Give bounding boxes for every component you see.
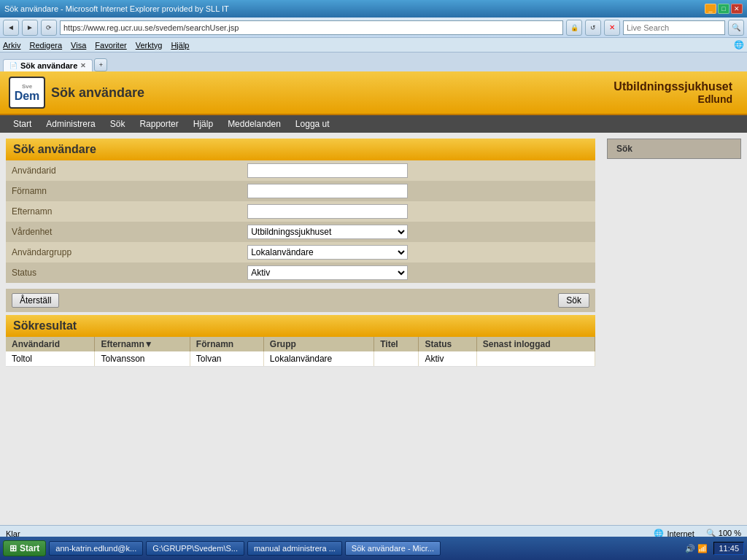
col-userid[interactable]: Användarid: [6, 337, 95, 351]
menu-favoriter[interactable]: Favoriter: [95, 41, 126, 50]
input-fornamn[interactable]: [247, 184, 408, 198]
nav-sok[interactable]: Sök: [103, 116, 133, 132]
logo-main-text: Dem: [15, 90, 40, 103]
search-section-header: Sök användare: [6, 139, 595, 160]
input-userid[interactable]: [247, 163, 408, 178]
svedem-logo: Sve Dem: [9, 77, 45, 109]
nav-bar: Start Administrera Sök Rapporter Hjälp M…: [0, 115, 747, 133]
tab-favicon: 📄: [9, 62, 18, 69]
back-button[interactable]: ◄: [3, 20, 19, 36]
logo-area: Sve Dem Sök användare: [0, 71, 153, 114]
maximize-button[interactable]: □: [718, 4, 729, 14]
main-content: Sök användare Användarid Förnamn Efterna…: [0, 133, 747, 525]
results-table: Användarid Efternamn▼ Förnamn Grupp Tite…: [6, 337, 595, 367]
search-input[interactable]: [623, 20, 725, 35]
browser-tabs: 📄 Sök användare ✕ +: [0, 52, 747, 71]
search-button[interactable]: Sök: [558, 293, 589, 308]
lock-icon: 🔒: [566, 20, 582, 36]
col-senast-inloggad[interactable]: Senast inloggad: [476, 337, 595, 351]
cell-lastname: Tolvansson: [95, 351, 190, 367]
menu-arkiv[interactable]: Arkiv: [3, 41, 20, 50]
menu-verktyg[interactable]: Verktyg: [136, 41, 163, 50]
app-container: Sve Dem Sök användare Utbildningssjukhus…: [0, 71, 747, 525]
button-row: Återställ Sök: [6, 289, 595, 312]
field-label-userid: Användarid: [6, 160, 241, 181]
select-vardenhet[interactable]: Utbildningssjukhuset: [247, 225, 408, 239]
results-section-header: Sökresultat: [6, 315, 595, 337]
tab-close-button[interactable]: ✕: [80, 62, 86, 69]
cell-firstname: Tolvan: [190, 351, 263, 367]
menu-visa[interactable]: Visa: [71, 41, 86, 50]
hospital-name: Utbildningssjukhuset: [614, 80, 732, 93]
cell-status: Aktiv: [419, 351, 476, 367]
refresh-button[interactable]: ⟳: [41, 20, 57, 36]
results-header-row: Användarid Efternamn▼ Förnamn Grupp Tite…: [6, 337, 595, 351]
browser-menubar: Arkiv Redigera Visa Favoriter Verktyg Hj…: [0, 38, 747, 52]
col-titel[interactable]: Titel: [374, 337, 419, 351]
col-fornamn[interactable]: Förnamn: [190, 337, 263, 351]
reset-button[interactable]: Återställ: [12, 293, 59, 308]
nav-rapporter[interactable]: Rapporter: [132, 116, 185, 132]
field-row-efternamn: Efternamn: [6, 201, 595, 222]
stop-button[interactable]: ✕: [604, 20, 620, 36]
menu-hjalp[interactable]: Hjälp: [171, 41, 189, 50]
col-status[interactable]: Status: [419, 337, 476, 351]
active-tab[interactable]: 📄 Sök användare ✕: [3, 59, 93, 71]
refresh-icon[interactable]: ↺: [585, 20, 601, 36]
nav-meddelanden[interactable]: Meddelanden: [220, 116, 288, 132]
nav-administrera[interactable]: Administrera: [39, 116, 102, 132]
select-status[interactable]: Aktiv: [247, 265, 408, 280]
cell-userid: Toltol: [6, 351, 95, 367]
field-label-status: Status: [6, 262, 241, 283]
start-button[interactable]: ⊞ Start: [3, 540, 46, 541]
field-row-anvandargrupp: Användargrupp Lokalanvändare: [6, 242, 595, 262]
field-row-userid: Användarid: [6, 160, 595, 181]
col-efternamn[interactable]: Efternamn▼: [95, 337, 190, 351]
nav-hjalp[interactable]: Hjälp: [186, 116, 220, 132]
titlebar-controls: _ □ ✕: [705, 4, 743, 14]
field-row-vardenhet: Vårdenhet Utbildningssjukhuset: [6, 222, 595, 242]
table-row[interactable]: Toltol Tolvansson Tolvan Lokalanvändare …: [6, 351, 595, 367]
nav-logga-ut[interactable]: Logga ut: [288, 116, 337, 132]
col-grupp[interactable]: Grupp: [263, 337, 374, 351]
logo-top-text: Sve: [22, 83, 32, 90]
search-form: Användarid Förnamn Efternamn Vårdenhet U…: [6, 160, 595, 283]
browser-title: Sök användare - Microsoft Internet Explo…: [4, 4, 700, 13]
tab-label: Sök användare: [20, 61, 77, 70]
forward-button[interactable]: ►: [22, 20, 38, 36]
app-header: Sve Dem Sök användare Utbildningssjukhus…: [0, 71, 747, 115]
taskbar: ⊞ Start ann-katrin.edlund@k... G:\GRUPP\…: [0, 537, 747, 541]
user-name: Edlund: [614, 93, 732, 105]
cell-title: [374, 351, 419, 367]
search-icon[interactable]: 🔍: [728, 20, 744, 36]
address-bar[interactable]: [60, 20, 563, 35]
field-label-efternamn: Efternamn: [6, 201, 241, 222]
input-efternamn[interactable]: [247, 204, 408, 219]
field-label-fornamn: Förnamn: [6, 181, 241, 201]
minimize-button[interactable]: _: [705, 4, 716, 14]
field-label-vardenhet: Vårdenhet: [6, 222, 241, 242]
field-label-anvandargrupp: Användargrupp: [6, 242, 241, 262]
cell-group: Lokalanvändare: [263, 351, 374, 367]
new-tab-button[interactable]: +: [94, 58, 107, 71]
close-button[interactable]: ✕: [731, 4, 743, 14]
field-row-fornamn: Förnamn: [6, 181, 595, 201]
select-anvandargrupp[interactable]: Lokalanvändare: [247, 245, 408, 260]
menu-redigera[interactable]: Redigera: [29, 41, 62, 50]
page-title: Sök användare: [51, 85, 144, 101]
cell-last-login: [476, 351, 595, 367]
nav-start[interactable]: Start: [6, 116, 39, 132]
browser-toolbar: ◄ ► ⟳ 🔒 ↺ ✕ 🔍: [0, 18, 747, 38]
field-row-status: Status Aktiv: [6, 262, 595, 283]
toolbar-icon: 🌐: [734, 40, 744, 50]
content-area: Sök användare Användarid Förnamn Efterna…: [0, 133, 601, 525]
results-section: Sökresultat Användarid Efternamn▼ Förnam…: [6, 315, 595, 367]
browser-titlebar: Sök användare - Microsoft Internet Explo…: [0, 0, 747, 18]
sidebar: Sök: [601, 133, 747, 525]
header-right: Utbildningssjukhuset Edlund: [614, 80, 747, 105]
sidebar-search-button[interactable]: Sök: [607, 139, 741, 159]
